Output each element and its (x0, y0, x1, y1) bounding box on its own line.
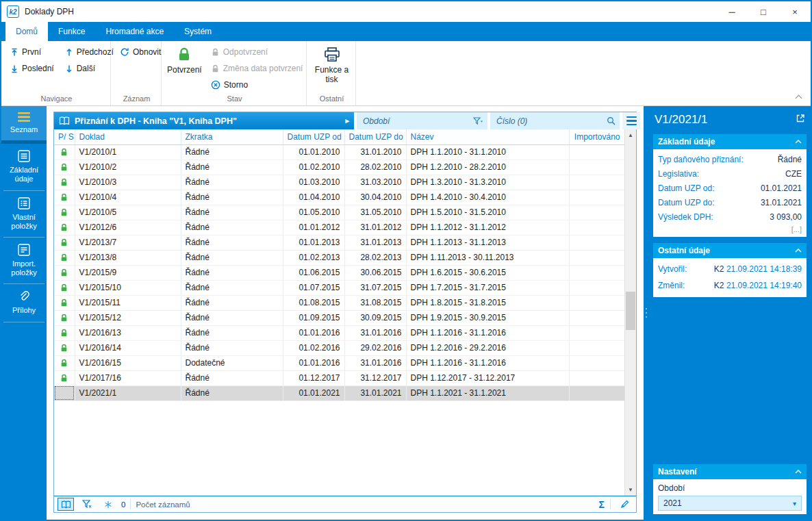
filter-button[interactable] (79, 498, 95, 511)
period-select[interactable]: 2021 ▾ (658, 496, 802, 511)
table-row[interactable]: V1/2015/10 Řádné 01.07.2015 31.07.2015 D… (54, 280, 624, 295)
field-row: Legislativa: CZE (658, 166, 802, 181)
column-header-datum-do[interactable]: Datum UZP do (344, 129, 406, 144)
section-header-zakladni-udaje[interactable]: Základní údaje (653, 134, 807, 149)
table-row[interactable]: V1/2015/9 Řádné 01.06.2015 30.06.2015 DP… (54, 265, 624, 280)
importovano-cell (569, 385, 624, 401)
doklad-cell: V1/2010/1 (75, 144, 181, 160)
table-row[interactable]: V1/2010/4 Řádné 01.04.2010 30.04.2010 DP… (54, 190, 624, 205)
edit-button[interactable] (616, 498, 633, 511)
table-row[interactable]: V1/2016/14 Řádné 01.02.2016 29.02.2016 D… (54, 340, 624, 355)
column-header-nazev[interactable]: Název (406, 129, 569, 144)
grid-menu-button[interactable] (622, 112, 640, 129)
nazev-cell: DPH 1.6.2015 - 30.6.2015 (406, 265, 569, 280)
number-filter-input[interactable] (490, 116, 607, 126)
table-row[interactable]: V1/2016/13 Řádné 01.01.2016 31.01.2016 D… (54, 325, 624, 340)
scroll-down-button[interactable]: ▼ (625, 484, 636, 496)
sidebar-item-prilohy[interactable]: Přílohy (1, 284, 47, 321)
doklad-cell: V1/2012/6 (75, 220, 181, 235)
last-record-button[interactable]: Poslední (5, 62, 59, 75)
importovano-cell (569, 235, 624, 250)
statusbar-divider (130, 499, 131, 509)
table-row[interactable]: V1/2015/11 Řádné 01.08.2015 31.08.2015 D… (54, 295, 624, 310)
book-view-button[interactable] (58, 498, 74, 511)
first-record-button[interactable]: První (5, 45, 59, 59)
scroll-up-button[interactable]: ▲ (625, 129, 636, 141)
field-row: Výsledek DPH: 3 093,00 (658, 209, 802, 224)
book-expand-arrow-icon[interactable]: ▸ (345, 116, 349, 125)
tab-hromadne-akce[interactable]: Hromadné akce (95, 22, 174, 41)
lock-cell (54, 370, 75, 385)
table-row[interactable]: V1/2016/15 Dodatečné 01.01.2016 31.01.20… (54, 355, 624, 370)
table-row[interactable]: V1/2010/3 Řádné 01.03.2010 31.03.2010 DP… (54, 175, 624, 190)
table-row[interactable]: V1/2012/6 Řádné 01.01.2012 31.01.2012 DP… (54, 220, 624, 235)
lock-cell (54, 265, 75, 280)
lock-cell (54, 325, 75, 340)
period-filter-input[interactable] (357, 116, 473, 126)
ribbon-collapse-button[interactable] (796, 94, 802, 100)
tab-funkce[interactable]: Funkce (48, 22, 95, 41)
column-header-importovano[interactable]: Importováno (569, 129, 624, 144)
table-row[interactable]: V1/2021/1 Řádné 01.01.2021 31.01.2021 DP… (54, 385, 624, 401)
arrow-up-bar-icon (10, 48, 18, 57)
datum-od-cell: 01.01.2010 (283, 144, 344, 160)
column-header-ps[interactable]: P/ S (54, 129, 75, 144)
collapse-section-button[interactable] (795, 470, 802, 474)
zkratka-cell: Řádné (181, 385, 283, 401)
table-row[interactable]: V1/2010/2 Řádné 01.02.2010 28.02.2010 DP… (54, 160, 624, 175)
previous-record-button[interactable]: Předchozí (60, 45, 118, 59)
lock-cell (54, 175, 75, 190)
ribbon-group-zaznam: Obnovit Záznam (111, 41, 162, 105)
open-detail-button[interactable] (796, 113, 805, 127)
record-count-label: Počet záznamů (136, 500, 190, 509)
minimize-button[interactable]: ─ (716, 1, 748, 22)
close-button[interactable]: × (779, 1, 811, 22)
table-row[interactable]: V1/2013/7 Řádné 01.01.2013 31.01.2013 DP… (54, 235, 624, 250)
period-label: Období (658, 482, 802, 496)
main-area: Přiznání k DPH - Kniha "V1, Kniha DPH" ▸ (47, 106, 644, 520)
collapse-section-button[interactable] (795, 140, 802, 144)
nazev-cell: DPH 1.1.2012 - 31.1.2012 (406, 220, 569, 235)
column-header-zkratka[interactable]: Zkratka (181, 129, 283, 144)
table-row[interactable]: V1/2015/12 Řádné 01.09.2015 30.09.2015 D… (54, 310, 624, 325)
search-icon[interactable] (607, 116, 616, 125)
tab-system[interactable]: Systém (174, 22, 222, 41)
freeze-button[interactable] (100, 498, 116, 511)
scroll-thumb[interactable] (626, 292, 635, 330)
more-fields-button[interactable]: [...] (791, 225, 802, 233)
confirm-button[interactable]: Potvrzení (166, 45, 203, 75)
table-row[interactable]: V1/2017/16 Řádné 01.12.2017 31.12.2017 D… (54, 370, 624, 385)
field-row: Datum UZP od: 01.01.2021 (658, 181, 802, 195)
section-header-nastaveni[interactable]: Nastavení (653, 464, 807, 479)
datum-od-cell: 01.01.2021 (283, 385, 344, 401)
sidebar-item-import-polozky[interactable]: Import. položky (1, 238, 47, 283)
table-row[interactable]: V1/2013/8 Řádné 01.02.2013 28.02.2013 DP… (54, 250, 624, 265)
lock-cell (54, 310, 75, 325)
panel-splitter[interactable] (644, 106, 649, 520)
sum-button[interactable]: Σ (599, 499, 605, 510)
sidebar-item-vlastni-polozky[interactable]: Vlastní položky (1, 191, 47, 237)
table-row[interactable]: V1/2010/1 Řádné 01.01.2010 31.01.2010 DP… (54, 144, 624, 160)
next-record-button[interactable]: Další (60, 62, 118, 75)
doklad-cell: V1/2010/3 (75, 175, 181, 190)
section-header-ostatni-udaje[interactable]: Ostatní údaje (653, 243, 807, 258)
sidebar-item-seznam[interactable]: Seznam (1, 106, 47, 140)
zkratka-cell: Řádné (181, 340, 283, 355)
vertical-scrollbar[interactable]: ▲ ▼ (624, 129, 636, 496)
collapse-section-button[interactable] (795, 249, 802, 253)
sidebar-item-zakladni-udaje[interactable]: Základní údaje (1, 144, 47, 190)
refresh-button[interactable]: Obnovit (115, 45, 166, 59)
group-label-zaznam: Záznam (115, 93, 158, 105)
book-title-bar[interactable]: Přiznání k DPH - Kniha "V1, Kniha DPH" ▸ (54, 112, 354, 129)
maximize-button[interactable]: □ (748, 1, 779, 22)
table-header-row: P/ S Doklad Zkratka Datum UZP od Datum U… (54, 129, 624, 144)
scroll-track[interactable] (625, 141, 636, 484)
tab-domu[interactable]: Domů (5, 22, 48, 41)
nazev-cell: DPH 1.12.2017 - 31.12.2017 (406, 370, 569, 385)
table-row[interactable]: V1/2010/5 Řádné 01.05.2010 31.05.2010 DP… (54, 205, 624, 220)
storno-button[interactable]: Storno (206, 78, 308, 92)
functions-print-button[interactable]: Funkce a tisk (311, 45, 353, 84)
column-header-datum-od[interactable]: Datum UZP od (283, 129, 344, 144)
column-header-doklad[interactable]: Doklad (75, 129, 181, 144)
filter-dropdown-icon[interactable] (473, 117, 483, 125)
